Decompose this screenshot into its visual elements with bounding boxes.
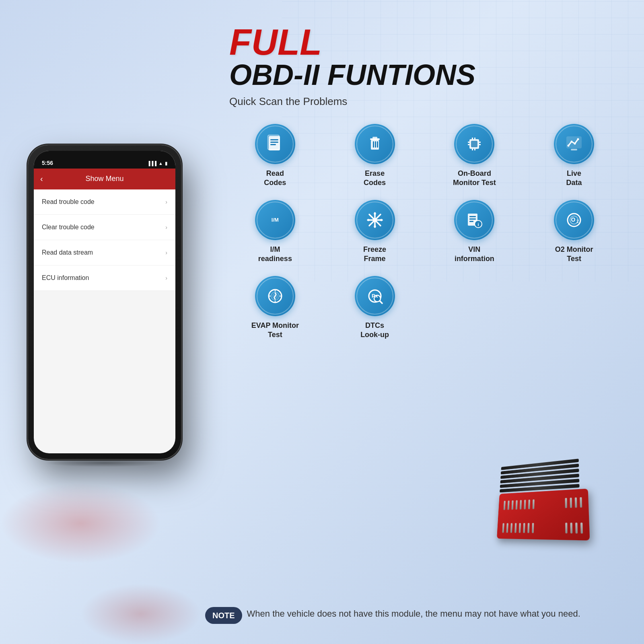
menu-item-read-trouble[interactable]: Read trouble code › (34, 189, 175, 215)
svg-rect-13 (468, 142, 469, 143)
note-section: NOTE When the vehicle does not have this… (205, 607, 620, 624)
subtitle-desc: Quick Scan the Problems (229, 95, 620, 108)
svg-rect-0 (269, 136, 280, 150)
document-icon (265, 134, 286, 154)
phone-screen: 5:56 ▐▐▐ ▲ ▮ ‹ Show Menu Read trouble co… (34, 151, 175, 453)
svg-rect-12 (471, 141, 477, 147)
note-badge: NOTE (205, 607, 242, 624)
svg-text:i: i (478, 222, 479, 227)
svg-line-30 (369, 214, 381, 226)
feature-dtcs-lookup: Px DTCsLook-up (329, 276, 421, 340)
svg-point-23 (571, 141, 573, 143)
svg-point-50 (369, 290, 381, 302)
svg-point-22 (568, 145, 570, 147)
menu-item-data-stream[interactable]: Read data stream › (34, 240, 175, 265)
o2-icon: O 2 (564, 210, 584, 230)
svg-rect-15 (479, 142, 481, 143)
svg-point-42 (568, 214, 580, 226)
live-data-label: LiveData (566, 169, 582, 188)
chevron-right-icon-2: › (165, 224, 167, 230)
svg-rect-7 (372, 137, 377, 139)
svg-point-48 (273, 294, 278, 298)
svg-text:2: 2 (576, 219, 579, 224)
menu-item-label-data-stream: Read data stream (42, 249, 93, 256)
menu-item-clear-trouble[interactable]: Clear trouble code › (34, 215, 175, 240)
phone-notch (78, 151, 131, 162)
svg-rect-21 (567, 137, 581, 148)
svg-rect-39 (469, 221, 473, 222)
sub-title: OBD-II FUNTIONS (229, 60, 620, 89)
freeze-frame-label: FreezeFrame (363, 245, 386, 264)
svg-rect-11 (469, 139, 479, 149)
live-data-icon-circle (554, 124, 594, 164)
svg-rect-19 (472, 149, 473, 150)
menu-item-label-clear-trouble: Clear trouble code (42, 224, 95, 231)
svg-rect-6 (370, 138, 380, 140)
svg-point-31 (373, 218, 377, 222)
svg-point-33 (374, 225, 376, 228)
svg-rect-14 (468, 144, 469, 145)
menu-list: Read trouble code › Clear trouble code ›… (34, 189, 175, 291)
svg-rect-26 (571, 149, 577, 150)
svg-rect-3 (270, 144, 276, 145)
svg-point-51 (374, 295, 381, 302)
svg-rect-36 (468, 214, 477, 226)
erase-codes-label: EraseCodes (364, 169, 386, 188)
erase-codes-icon-circle (355, 124, 395, 164)
status-time: 5:56 (42, 160, 53, 166)
im-icon-text: I/M (272, 217, 279, 223)
back-arrow-icon[interactable]: ‹ (40, 174, 43, 183)
svg-rect-38 (469, 218, 476, 220)
phone-outer: 5:56 ▐▐▐ ▲ ▮ ‹ Show Menu Read trouble co… (28, 145, 181, 459)
svg-line-29 (369, 214, 381, 226)
main-title: FULL (229, 24, 620, 60)
vin-icon: i (464, 210, 485, 230)
read-codes-icon-circle (255, 124, 295, 164)
feature-live-data: LiveData (528, 124, 620, 188)
phone-wrapper: 5:56 ▐▐▐ ▲ ▮ ‹ Show Menu Read trouble co… (28, 145, 181, 459)
feature-erase-codes: EraseCodes (329, 124, 421, 188)
feature-evap-monitor: EVAP MonitorTest (229, 276, 321, 340)
o2-monitor-label: O2 MonitorTest (555, 245, 593, 264)
status-icons: ▐▐▐ ▲ ▮ (147, 161, 167, 166)
vin-info-label: VINinformation (455, 245, 494, 264)
evap-monitor-label: EVAP MonitorTest (251, 321, 299, 340)
svg-rect-5 (371, 140, 379, 150)
svg-rect-4 (268, 135, 279, 150)
svg-rect-8 (373, 141, 374, 148)
svg-point-35 (380, 219, 383, 221)
feature-o2-monitor: O 2 O2 MonitorTest (528, 200, 620, 264)
svg-rect-17 (472, 138, 473, 139)
evap-icon (265, 286, 286, 307)
read-codes-label: ReadCodes (264, 169, 286, 188)
feature-vin-info: i VINinformation (429, 200, 521, 264)
right-section: FULL OBD-II FUNTIONS Quick Scan the Prob… (205, 0, 644, 644)
svg-rect-9 (375, 141, 376, 148)
svg-point-47 (271, 292, 279, 300)
svg-rect-20 (474, 149, 475, 150)
obd-connector-area (491, 459, 620, 564)
battery-icon: ▮ (165, 161, 167, 166)
obd-connector-shape (497, 454, 628, 541)
svg-point-34 (367, 219, 370, 221)
svg-point-40 (475, 220, 482, 228)
menu-item-ecu-info[interactable]: ECU information › (34, 265, 175, 291)
svg-text:Px: Px (372, 293, 379, 299)
note-text: When the vehicle does not have this modu… (247, 607, 580, 620)
svg-rect-2 (270, 142, 278, 143)
features-grid: ReadCodes EraseCodes (229, 124, 620, 339)
chart-icon (564, 134, 584, 154)
svg-point-43 (570, 216, 578, 224)
chevron-right-icon-3: › (165, 249, 167, 256)
app-header-title: Show Menu (85, 175, 123, 183)
svg-point-25 (577, 138, 579, 140)
feature-read-codes: ReadCodes (229, 124, 321, 188)
on-board-label: On-BoardMonitor Test (453, 169, 496, 188)
freeze-frame-icon-circle (355, 200, 395, 240)
svg-point-24 (574, 143, 576, 145)
svg-point-46 (269, 290, 282, 302)
feature-im-readiness: I/M I/Mreadiness (229, 200, 321, 264)
svg-rect-16 (479, 144, 481, 145)
dtcs-lookup-label: DTCsLook-up (360, 321, 389, 340)
im-readiness-icon-circle: I/M (255, 200, 295, 240)
